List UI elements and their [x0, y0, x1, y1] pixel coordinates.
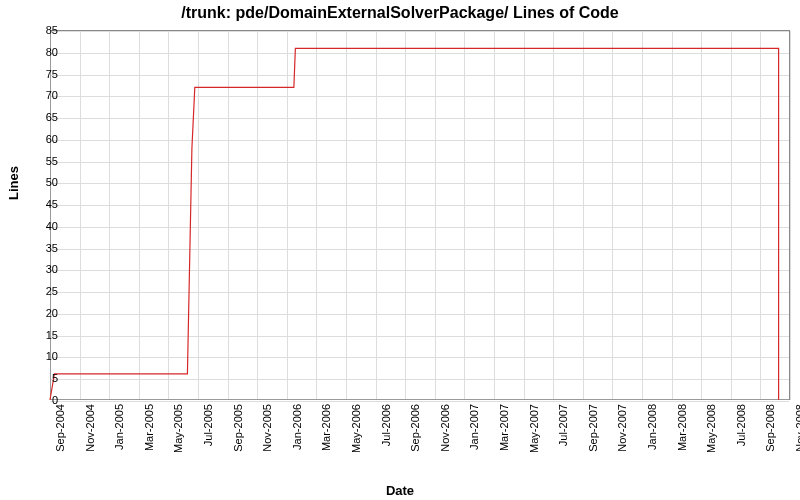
gridline-h	[50, 401, 789, 402]
x-tick-label: Nov-2008	[794, 404, 800, 452]
y-tick-label: 25	[18, 285, 58, 297]
x-tick-label: Jan-2007	[468, 404, 480, 450]
x-tick-label: Jul-2007	[557, 404, 569, 446]
x-tick-label: Nov-2007	[616, 404, 628, 452]
y-tick-label: 30	[18, 263, 58, 275]
x-tick-label: May-2008	[705, 404, 717, 453]
y-tick-label: 85	[18, 24, 58, 36]
y-tick-label: 15	[18, 329, 58, 341]
x-tick-label: Sep-2007	[587, 404, 599, 452]
y-tick-label: 65	[18, 111, 58, 123]
y-tick-label: 80	[18, 46, 58, 58]
x-tick-label: Jan-2006	[291, 404, 303, 450]
x-tick-label: Mar-2005	[143, 404, 155, 451]
x-tick-label: Sep-2008	[764, 404, 776, 452]
y-tick-label: 40	[18, 220, 58, 232]
loc-chart: /trunk: pde/DomainExternalSolverPackage/…	[0, 0, 800, 500]
x-tick-label: Jan-2008	[646, 404, 658, 450]
y-tick-label: 60	[18, 133, 58, 145]
y-tick-label: 10	[18, 350, 58, 362]
y-tick-label: 45	[18, 198, 58, 210]
chart-title: /trunk: pde/DomainExternalSolverPackage/…	[0, 4, 800, 22]
y-tick-label: 5	[18, 372, 58, 384]
x-tick-label: Sep-2006	[409, 404, 421, 452]
x-tick-label: Nov-2004	[84, 404, 96, 452]
x-tick-label: Mar-2007	[498, 404, 510, 451]
x-tick-label: Nov-2006	[439, 404, 451, 452]
x-tick-label: Sep-2004	[54, 404, 66, 452]
gridline-v	[790, 31, 791, 400]
y-tick-label: 50	[18, 176, 58, 188]
x-tick-label: Jul-2005	[202, 404, 214, 446]
y-tick-label: 75	[18, 68, 58, 80]
plot-area	[50, 30, 790, 400]
x-tick-label: May-2006	[350, 404, 362, 453]
x-tick-label: Jan-2005	[113, 404, 125, 450]
x-tick-label: Mar-2008	[676, 404, 688, 451]
x-tick-label: Sep-2005	[232, 404, 244, 452]
x-tick-label: May-2007	[528, 404, 540, 453]
x-axis-label: Date	[0, 483, 800, 498]
y-tick-label: 55	[18, 155, 58, 167]
y-tick-label: 0	[18, 394, 58, 406]
y-tick-label: 35	[18, 242, 58, 254]
x-tick-label: Nov-2005	[261, 404, 273, 452]
x-tick-label: Mar-2006	[320, 404, 332, 451]
x-tick-label: May-2005	[172, 404, 184, 453]
x-tick-label: Jul-2008	[735, 404, 747, 446]
y-tick-label: 70	[18, 89, 58, 101]
x-tick-label: Jul-2006	[380, 404, 392, 446]
data-line	[50, 31, 789, 400]
y-tick-label: 20	[18, 307, 58, 319]
